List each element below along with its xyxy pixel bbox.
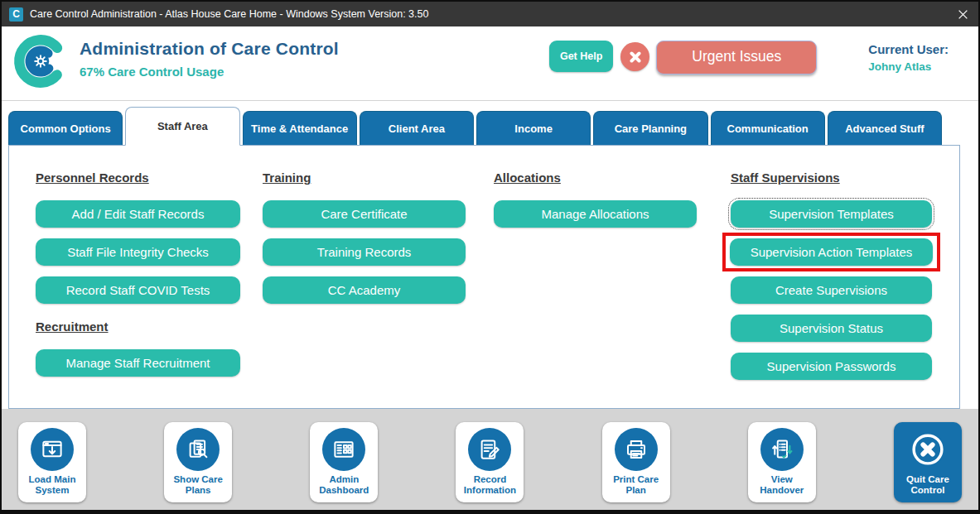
button-wrap: Add / Edit Staff Records xyxy=(36,200,240,228)
load-main-system-icon xyxy=(31,428,74,471)
section-title-personnel-records: Personnel Records xyxy=(36,171,240,185)
application-window: C Care Control Administration - Atlas Ho… xyxy=(0,0,980,514)
button-wrap: CC Academy xyxy=(263,276,466,304)
care-control-logo-icon xyxy=(13,32,68,90)
current-user-name: Johny Atlas xyxy=(868,60,949,73)
quit-icon xyxy=(906,428,949,471)
titlebar: C Care Control Administration - Atlas Ho… xyxy=(2,2,978,26)
footer-toolbar: Load Main System Show Care Plans Admin D… xyxy=(2,409,978,510)
button-wrap: Manage Allocations xyxy=(494,200,697,228)
column-3: AllocationsManage Allocations xyxy=(494,171,697,391)
button-wrap: Supervision Passwords xyxy=(731,353,932,380)
record-information-icon xyxy=(468,428,511,471)
tab-client-area[interactable]: Client Area xyxy=(360,111,474,145)
add-edit-staff-records-button[interactable]: Add / Edit Staff Records xyxy=(36,200,240,228)
footer-card-label: Admin Dashboard xyxy=(310,474,378,497)
section-title-training: Training xyxy=(263,171,466,185)
admin-dashboard-button[interactable]: Admin Dashboard xyxy=(310,422,378,502)
tab-time-attendance[interactable]: Time & Attendance xyxy=(243,111,357,145)
quit-care-control-button[interactable]: Quit Care Control xyxy=(894,422,962,502)
footer-card-label: Show Care Plans xyxy=(164,474,232,497)
window-title: Care Control Administration - Atlas Hous… xyxy=(30,8,428,20)
view-handover-button[interactable]: View Handover xyxy=(748,422,816,502)
admin-dashboard-icon xyxy=(322,428,365,471)
section-title-allocations: Allocations xyxy=(494,171,697,185)
alert-x-icon[interactable] xyxy=(620,42,649,71)
cc-academy-button[interactable]: CC Academy xyxy=(263,276,466,304)
supervision-passwords-button[interactable]: Supervision Passwords xyxy=(731,353,932,380)
section-training: TrainingCare CertificateTraining Records… xyxy=(263,171,466,304)
column-2: TrainingCare CertificateTraining Records… xyxy=(263,171,466,391)
section-title-recruitment: Recruitment xyxy=(36,319,240,334)
get-help-button[interactable]: Get Help xyxy=(549,41,613,72)
tab-bar: Common OptionsStaff AreaTime & Attendanc… xyxy=(2,107,978,145)
current-user-label: Current User: xyxy=(868,42,949,56)
close-icon[interactable] xyxy=(958,9,968,20)
create-supervisions-button[interactable]: Create Supervisions xyxy=(731,276,932,304)
section-personnel-records: Personnel RecordsAdd / Edit Staff Record… xyxy=(36,171,240,304)
current-user: Current User: Johny Atlas xyxy=(868,41,949,73)
tab-communication[interactable]: Communication xyxy=(711,111,825,145)
tab-common-options[interactable]: Common Options xyxy=(8,111,123,145)
supervision-action-templates-button[interactable]: Supervision Action Templates xyxy=(730,238,933,266)
load-main-system-button[interactable]: Load Main System xyxy=(18,422,86,502)
column-4: Staff SupervisionsSupervision TemplatesS… xyxy=(731,171,932,391)
button-wrap: Supervision Status xyxy=(731,315,932,342)
print-care-plan-icon xyxy=(615,428,658,471)
section-recruitment: RecruitmentManage Staff Recruitment xyxy=(36,319,240,377)
staff-file-integrity-checks-button[interactable]: Staff File Integrity Checks xyxy=(36,238,240,266)
record-information-button[interactable]: Record Information xyxy=(456,422,524,502)
button-wrap: Create Supervisions xyxy=(731,276,932,304)
manage-allocations-button[interactable]: Manage Allocations xyxy=(494,200,697,228)
show-care-plans-icon xyxy=(176,428,220,471)
view-handover-icon xyxy=(760,428,804,471)
footer-card-label: Quit Care Control xyxy=(894,474,962,497)
training-records-button[interactable]: Training Records xyxy=(263,238,466,266)
manage-staff-recruitment-button[interactable]: Manage Staff Recruitment xyxy=(36,349,240,377)
content-columns: Personnel RecordsAdd / Edit Staff Record… xyxy=(9,146,959,391)
section-staff-supervisions: Staff SupervisionsSupervision TemplatesS… xyxy=(731,171,932,380)
tab-income[interactable]: Income xyxy=(476,111,591,145)
supervision-templates-button[interactable]: Supervision Templates xyxy=(731,200,932,228)
app-icon: C xyxy=(9,7,23,22)
urgent-issues-button[interactable]: Urgent Issues xyxy=(656,41,817,74)
button-wrap: Training Records xyxy=(263,238,466,266)
tab-staff-area[interactable]: Staff Area xyxy=(125,107,239,146)
header: Administration of Care Control 67% Care … xyxy=(2,26,978,101)
footer-card-label: Record Information xyxy=(456,474,524,497)
show-care-plans-button[interactable]: Show Care Plans xyxy=(164,422,232,502)
usage-subtitle: 67% Care Control Usage xyxy=(80,65,339,79)
button-wrap: Staff File Integrity Checks xyxy=(36,238,240,266)
staff-area-panel: Personnel RecordsAdd / Edit Staff Record… xyxy=(8,145,960,409)
highlight-box: Supervision Action Templates xyxy=(722,233,940,271)
section-title-staff-supervisions: Staff Supervisions xyxy=(731,171,932,185)
button-wrap: Record Staff COVID Tests xyxy=(36,276,240,304)
section-allocations: AllocationsManage Allocations xyxy=(494,171,697,228)
footer-card-label: Print Care Plan xyxy=(602,474,670,497)
button-wrap: Care Certificate xyxy=(263,200,466,228)
tab-advanced-stuff[interactable]: Advanced Stuff xyxy=(828,111,942,145)
column-1: Personnel RecordsAdd / Edit Staff Record… xyxy=(36,171,240,391)
page-title: Administration of Care Control xyxy=(80,39,339,59)
supervision-status-button[interactable]: Supervision Status xyxy=(731,315,932,342)
print-care-plan-button[interactable]: Print Care Plan xyxy=(602,422,670,502)
care-certificate-button[interactable]: Care Certificate xyxy=(263,200,466,228)
button-wrap: Supervision Templates xyxy=(731,200,932,228)
footer-card-label: View Handover xyxy=(748,474,816,497)
footer-card-label: Load Main System xyxy=(18,474,86,497)
tab-care-planning[interactable]: Care Planning xyxy=(593,111,707,145)
button-wrap: Manage Staff Recruitment xyxy=(36,349,240,377)
record-staff-covid-tests-button[interactable]: Record Staff COVID Tests xyxy=(36,276,240,304)
